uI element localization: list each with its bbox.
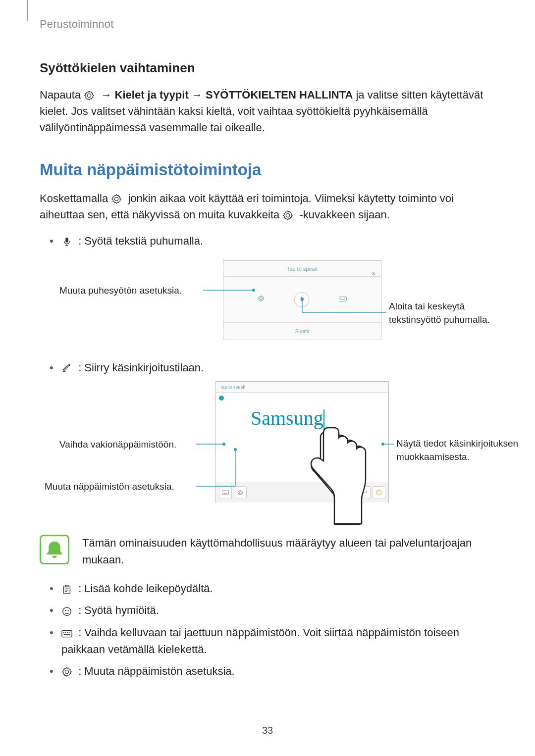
smiley-icon [61, 605, 72, 616]
bullet-text: : Lisää kohde leikepöydältä. [78, 582, 213, 595]
svg-point-10 [301, 298, 304, 301]
bullet-emoji: : Syötä hymiöitä. [50, 602, 495, 619]
text-fragment: -kuvakkeen sijaan. [300, 208, 390, 221]
bullet-floating-keyboard: : Vaihda kelluvaan tai jaettuun näppäimi… [50, 624, 495, 658]
svg-point-27 [63, 607, 71, 615]
page-header: Perustoiminnot [40, 18, 495, 31]
paragraph-lang-change: Napauta → Kielet ja tyypit → SYÖTTÖKIELT… [40, 87, 495, 136]
figure-handwriting: Vaihda vakionäppäimistöön. Muuta näppäim… [40, 381, 495, 520]
svg-rect-34 [69, 632, 70, 633]
note-row: Tämän ominaisuuden käyttömahdollisuus mä… [40, 535, 495, 568]
keyboard-float-icon [61, 627, 72, 638]
gear-icon [111, 193, 122, 203]
text-bold: SYÖTTÖKIELTEN HALLINTA [206, 89, 353, 101]
svg-rect-31 [63, 632, 64, 633]
gear-icon [84, 89, 95, 100]
handwriting-icon [61, 362, 72, 373]
bullet-handwriting: : Siirry käsinkirjoitustilaan. [50, 359, 495, 376]
text-bold: Kielet ja tyypit [115, 89, 189, 101]
bullet-text: : Muuta näppäimistön asetuksia. [78, 665, 235, 677]
bullet-voice: : Syötä tekstiä puhumalla. [50, 233, 495, 250]
note-icon [40, 535, 69, 564]
paragraph-more-functions: Koskettamalla jonkin aikaa voit käyttää … [40, 190, 495, 223]
svg-point-7 [252, 289, 255, 292]
svg-rect-33 [67, 632, 68, 633]
gear-icon [282, 209, 293, 220]
bullet-clipboard: : Lisää kohde leikepöydältä. [50, 580, 495, 597]
text-fragment: Napauta [40, 89, 84, 101]
text-fragment: → [101, 89, 114, 101]
bullet-text: : Siirry käsinkirjoitustilaan. [78, 361, 204, 374]
callout-lines [40, 381, 495, 520]
section-heading: Muita näppäimistötoimintoja [40, 160, 495, 179]
svg-point-29 [68, 610, 69, 611]
note-text: Tämän ominaisuuden käyttömahdollisuus mä… [82, 535, 495, 568]
text-fragment: Koskettamalla [40, 192, 111, 204]
clipboard-icon [61, 583, 72, 594]
gear-icon [61, 665, 72, 676]
svg-point-16 [222, 443, 225, 446]
svg-rect-32 [65, 632, 66, 633]
callout-lines [40, 260, 495, 345]
subsection-heading: Syöttökielen vaihtaminen [40, 60, 495, 76]
svg-rect-35 [64, 635, 70, 636]
bullet-text: : Vaihda kelluvaan tai jaettuun näppäimi… [61, 626, 459, 655]
microphone-icon [61, 235, 72, 246]
svg-point-21 [381, 443, 384, 446]
page-number: 33 [0, 725, 535, 736]
figure-voice-input: Muuta puhesyötön asetuksia. Tap to speak… [40, 260, 495, 345]
svg-point-19 [234, 448, 237, 451]
svg-rect-30 [62, 631, 72, 637]
text-fragment: → [192, 89, 206, 101]
bullet-settings: : Muuta näppäimistön asetuksia. [50, 663, 495, 680]
svg-point-28 [65, 610, 66, 611]
bullet-text: : Syötä tekstiä puhumalla. [78, 235, 203, 247]
bullet-text: : Syötä hymiöitä. [78, 604, 159, 616]
